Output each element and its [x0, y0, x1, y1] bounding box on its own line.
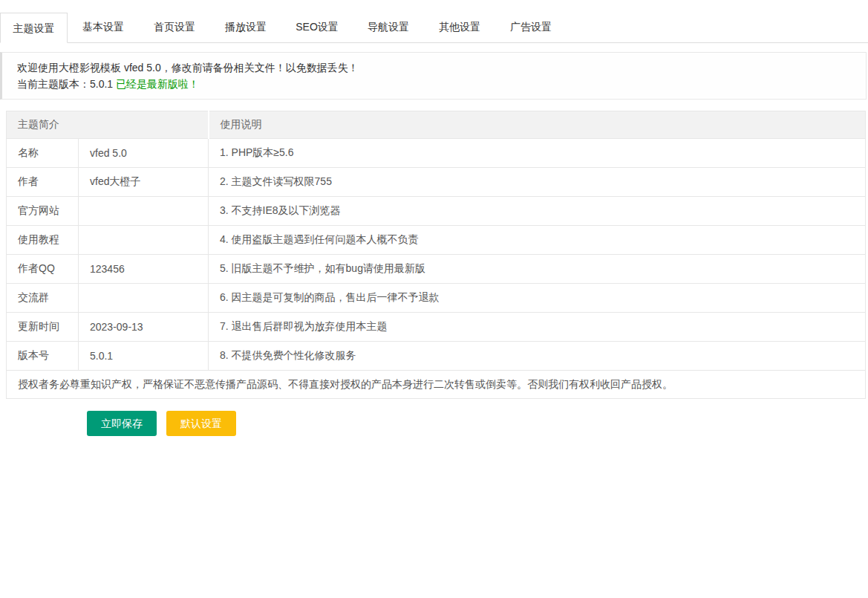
theme-info-table: 主题简介 使用说明 名称 vfed 5.0 1. PHP版本≥5.6 作者 vf… — [6, 111, 866, 399]
row-value: 123456 — [79, 255, 209, 284]
table-footer-row: 授权者务必尊重知识产权，严格保证不恶意传播产品源码、不得直接对授权的产品本身进行… — [7, 371, 866, 399]
row-label: 名称 — [7, 139, 79, 168]
default-settings-button[interactable]: 默认设置 — [166, 411, 236, 436]
header-theme-intro: 主题简介 — [7, 111, 209, 139]
table-row: 官方网站 3. 不支持IE8及以下浏览器 — [7, 197, 866, 226]
copyright-disclaimer: 授权者务必尊重知识产权，严格保证不恶意传播产品源码、不得直接对授权的产品本身进行… — [7, 371, 866, 399]
tab-theme-settings[interactable]: 主题设置 — [0, 13, 68, 43]
table-row: 使用教程 4. 使用盗版主题遇到任何问题本人概不负责 — [7, 226, 866, 255]
table-row: 更新时间 2023-09-13 7. 退出售后群即视为放弃使用本主题 — [7, 313, 866, 342]
latest-version-badge: 已经是最新版啦！ — [116, 78, 199, 90]
usage-note: 3. 不支持IE8及以下浏览器 — [209, 197, 866, 226]
row-label: 官方网站 — [7, 197, 79, 226]
row-value: vfed大橙子 — [79, 168, 209, 197]
notice-line-2: 当前主题版本：5.0.1 已经是最新版啦！ — [17, 76, 851, 92]
tab-ad-settings[interactable]: 广告设置 — [495, 12, 567, 42]
table-row: 名称 vfed 5.0 1. PHP版本≥5.6 — [7, 139, 866, 168]
welcome-notice: 欢迎使用大橙影视模板 vfed 5.0，修改前请备份相关文件！以免数据丢失！ 当… — [0, 52, 867, 100]
tab-play-settings[interactable]: 播放设置 — [210, 12, 281, 42]
row-label: 作者 — [7, 168, 79, 197]
current-version-text: 当前主题版本：5.0.1 — [17, 78, 113, 90]
tab-home-settings[interactable]: 首页设置 — [139, 12, 210, 42]
settings-tabs: 主题设置 基本设置 首页设置 播放设置 SEO设置 导航设置 其他设置 广告设置 — [0, 0, 868, 43]
tab-other-settings[interactable]: 其他设置 — [424, 12, 495, 42]
usage-note: 7. 退出售后群即视为放弃使用本主题 — [209, 313, 866, 342]
row-label: 作者QQ — [7, 255, 79, 284]
table-row: 版本号 5.0.1 8. 不提供免费个性化修改服务 — [7, 342, 866, 371]
row-value — [79, 226, 209, 255]
form-actions: 立即保存 默认设置 — [87, 411, 868, 436]
tab-nav-settings[interactable]: 导航设置 — [353, 12, 424, 42]
row-label: 交流群 — [7, 284, 79, 313]
row-value: vfed 5.0 — [79, 139, 209, 168]
header-usage-notes: 使用说明 — [209, 111, 866, 139]
row-label: 更新时间 — [7, 313, 79, 342]
row-value: 2023-09-13 — [79, 313, 209, 342]
table-row: 交流群 6. 因主题是可复制的商品，售出后一律不予退款 — [7, 284, 866, 313]
usage-note: 2. 主题文件读写权限755 — [209, 168, 866, 197]
notice-line-1: 欢迎使用大橙影视模板 vfed 5.0，修改前请备份相关文件！以免数据丢失！ — [17, 59, 851, 76]
tab-basic-settings[interactable]: 基本设置 — [68, 12, 139, 42]
table-row: 作者QQ 123456 5. 旧版主题不予维护，如有bug请使用最新版 — [7, 255, 866, 284]
usage-note: 6. 因主题是可复制的商品，售出后一律不予退款 — [209, 284, 866, 313]
row-value — [79, 197, 209, 226]
usage-note: 1. PHP版本≥5.6 — [209, 139, 866, 168]
table-header-row: 主题简介 使用说明 — [7, 111, 866, 139]
table-row: 作者 vfed大橙子 2. 主题文件读写权限755 — [7, 168, 866, 197]
row-value: 5.0.1 — [79, 342, 209, 371]
save-button[interactable]: 立即保存 — [87, 411, 157, 436]
usage-note: 4. 使用盗版主题遇到任何问题本人概不负责 — [209, 226, 866, 255]
row-value — [79, 284, 209, 313]
usage-note: 5. 旧版主题不予维护，如有bug请使用最新版 — [209, 255, 866, 284]
usage-note: 8. 不提供免费个性化修改服务 — [209, 342, 866, 371]
tab-seo-settings[interactable]: SEO设置 — [281, 12, 353, 42]
row-label: 使用教程 — [7, 226, 79, 255]
row-label: 版本号 — [7, 342, 79, 371]
